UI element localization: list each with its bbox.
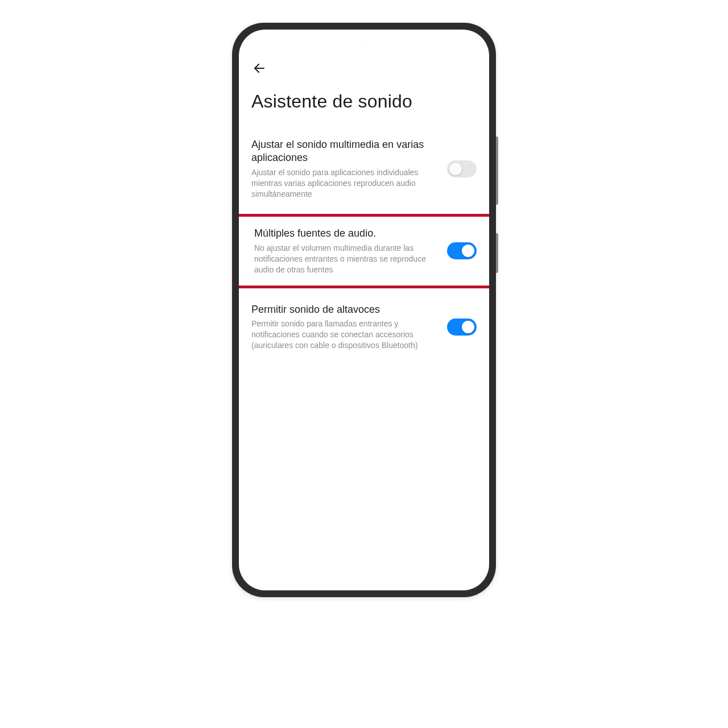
setting-title: Permitir sonido de altavoces bbox=[251, 303, 440, 316]
setting-title: Ajustar el sonido multimedia en varias a… bbox=[251, 138, 440, 165]
back-button[interactable] bbox=[251, 60, 267, 76]
page-title: Asistente de sonido bbox=[251, 91, 477, 112]
setting-text: Múltiples fuentes de audio. No ajustar e… bbox=[254, 227, 440, 275]
settings-list: Ajustar el sonido multimedia en varias a… bbox=[239, 128, 489, 361]
setting-allow-speaker-sound[interactable]: Permitir sonido de altavoces Permitir so… bbox=[239, 293, 489, 361]
toggle-knob bbox=[449, 163, 462, 175]
highlight-box: Múltiples fuentes de audio. No ajustar e… bbox=[239, 214, 489, 288]
screen: · Asistente de sonido Ajustar el sonido … bbox=[239, 30, 489, 590]
status-bar: · bbox=[239, 30, 489, 46]
setting-title: Múltiples fuentes de audio. bbox=[254, 227, 440, 240]
setting-description: Ajustar el sonido para aplicaciones indi… bbox=[251, 167, 440, 200]
arrow-left-icon bbox=[253, 61, 266, 75]
phone-frame: · Asistente de sonido Ajustar el sonido … bbox=[232, 23, 496, 597]
toggle-knob bbox=[462, 321, 474, 333]
toggle-allow-speaker-sound[interactable] bbox=[447, 318, 477, 336]
setting-description: Permitir sonido para llamadas entrantes … bbox=[251, 318, 440, 351]
header: Asistente de sonido bbox=[239, 46, 489, 112]
setting-multiple-audio-sources[interactable]: Múltiples fuentes de audio. No ajustar e… bbox=[239, 217, 489, 285]
setting-text: Permitir sonido de altavoces Permitir so… bbox=[251, 303, 440, 351]
setting-adjust-media-sound[interactable]: Ajustar el sonido multimedia en varias a… bbox=[239, 128, 489, 209]
toggle-multiple-audio-sources[interactable] bbox=[447, 242, 477, 259]
toggle-adjust-media-sound[interactable] bbox=[447, 160, 477, 177]
setting-description: No ajustar el volumen multimedia durante… bbox=[254, 243, 440, 275]
setting-text: Ajustar el sonido multimedia en varias a… bbox=[251, 138, 440, 199]
toggle-knob bbox=[462, 245, 474, 257]
side-button-volume bbox=[496, 136, 498, 205]
side-button-power bbox=[496, 233, 498, 273]
